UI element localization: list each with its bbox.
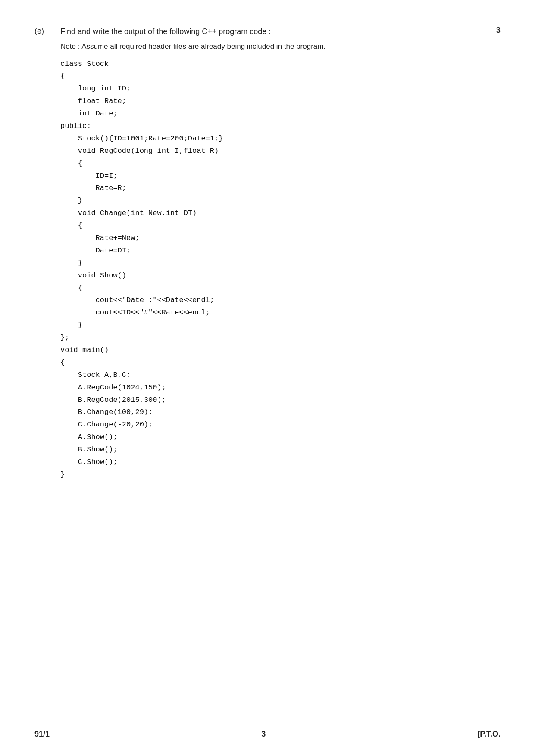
note-text: Note : Assume all required header files … bbox=[60, 41, 501, 52]
code-block: class Stock { long int ID; float Rate; i… bbox=[60, 58, 501, 481]
footer-left: 91/1 bbox=[34, 730, 50, 739]
question-label: (e) bbox=[34, 26, 52, 481]
question-block: (e) Find and write the output of the fol… bbox=[34, 26, 501, 481]
footer: 91/1 3 [P.T.O. bbox=[0, 730, 535, 739]
footer-center: 3 bbox=[261, 730, 266, 739]
page: (e) Find and write the output of the fol… bbox=[0, 0, 535, 756]
marks-label: 3 bbox=[488, 26, 501, 41]
question-content: Find and write the output of the followi… bbox=[60, 26, 501, 481]
footer-right: [P.T.O. bbox=[477, 730, 501, 739]
question-title: Find and write the output of the followi… bbox=[60, 26, 271, 37]
